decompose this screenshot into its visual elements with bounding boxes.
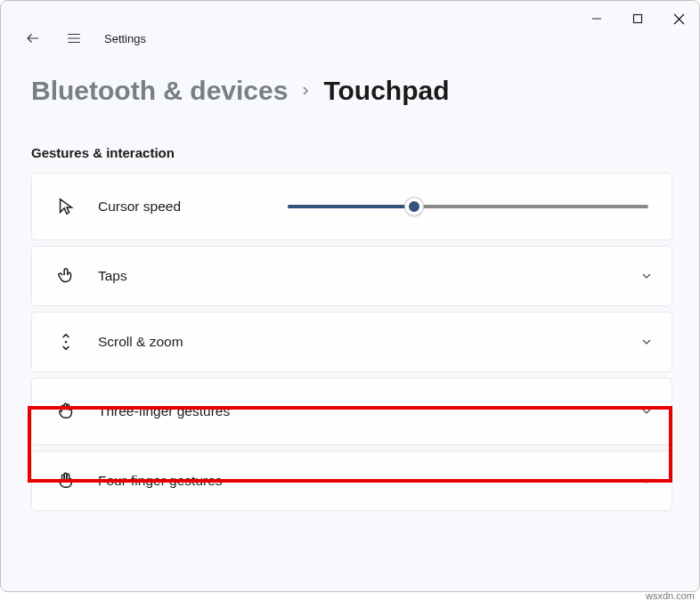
watermark: wsxdn.com xyxy=(646,590,695,601)
cursor-speed-card: Cursor speed xyxy=(31,173,672,240)
taps-card[interactable]: Taps xyxy=(31,246,672,306)
chevron-down-icon xyxy=(639,335,654,349)
breadcrumb-parent[interactable]: Bluetooth & devices xyxy=(31,76,288,106)
chevron-right-icon xyxy=(300,84,311,98)
chevron-down-icon xyxy=(639,269,654,283)
cursor-icon xyxy=(53,194,78,219)
three-finger-label: Three-finger gestures xyxy=(98,403,230,419)
menu-button[interactable] xyxy=(63,28,85,49)
svg-point-8 xyxy=(65,341,68,344)
breadcrumb-current: Touchpad xyxy=(323,76,449,106)
section-title: Gestures & interaction xyxy=(31,145,672,160)
four-finger-card[interactable]: Four-finger gestures xyxy=(31,451,672,511)
minimize-button[interactable] xyxy=(576,1,617,37)
content-area: Bluetooth & devices Touchpad Gestures & … xyxy=(1,51,699,511)
chevron-down-icon xyxy=(639,404,654,418)
scroll-zoom-label: Scroll & zoom xyxy=(98,334,183,350)
three-finger-card[interactable]: Three-finger gestures xyxy=(31,378,672,445)
tap-icon xyxy=(53,264,78,288)
back-button[interactable] xyxy=(22,28,44,49)
hand-icon xyxy=(53,468,78,493)
app-title: Settings xyxy=(104,32,146,45)
settings-window: Settings Bluetooth & devices Touchpad Ge… xyxy=(0,0,700,592)
cursor-speed-slider[interactable] xyxy=(288,198,648,215)
scroll-zoom-card[interactable]: Scroll & zoom xyxy=(31,312,672,372)
four-finger-label: Four-finger gestures xyxy=(98,473,223,489)
breadcrumb: Bluetooth & devices Touchpad xyxy=(31,76,672,106)
cursor-speed-label: Cursor speed xyxy=(98,199,181,215)
maximize-button[interactable] xyxy=(617,1,658,37)
svg-rect-1 xyxy=(634,15,642,23)
chevron-down-icon xyxy=(639,474,654,488)
scroll-icon xyxy=(53,329,78,354)
taps-label: Taps xyxy=(98,268,127,284)
hand-icon xyxy=(53,399,78,424)
close-button[interactable] xyxy=(658,1,699,37)
